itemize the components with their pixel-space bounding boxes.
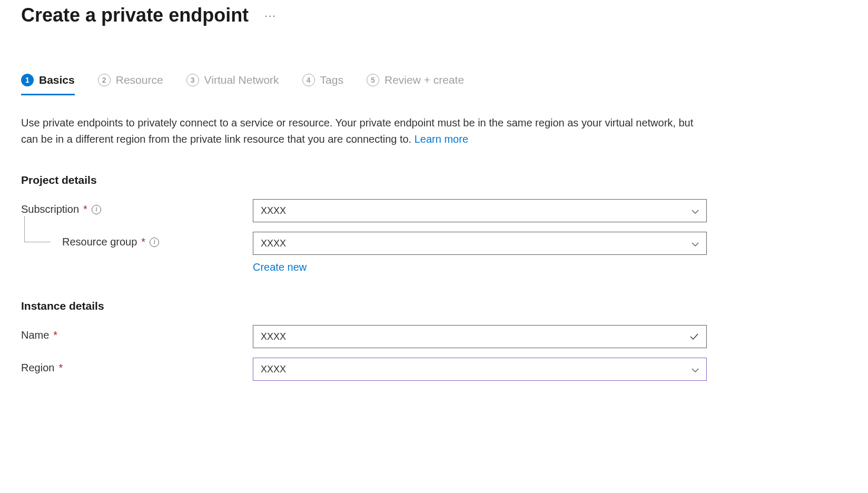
label-region: Region * xyxy=(21,358,253,374)
required-asterisk: * xyxy=(83,203,87,215)
region-value: XXXX xyxy=(261,364,286,375)
page-title: Create a private endpoint xyxy=(21,4,249,26)
wizard-tabs: 1 Basics 2 Resource 3 Virtual Network 4 … xyxy=(21,74,847,96)
tab-number-5: 5 xyxy=(367,74,379,86)
tab-basics[interactable]: 1 Basics xyxy=(21,74,75,95)
tab-review-create[interactable]: 5 Review + create xyxy=(367,74,464,95)
tab-number-3: 3 xyxy=(186,74,199,86)
form-row-name: Name * XXXX xyxy=(21,325,847,348)
chevron-down-icon xyxy=(692,207,699,214)
create-new-resource-group-link[interactable]: Create new xyxy=(253,261,307,273)
tab-number-2: 2 xyxy=(98,74,111,86)
chevron-down-icon xyxy=(692,240,699,247)
label-name: Name * xyxy=(21,325,253,341)
form-row-region: Region * XXXX xyxy=(21,358,847,381)
region-dropdown[interactable]: XXXX xyxy=(253,358,707,381)
required-asterisk: * xyxy=(141,236,145,248)
label-subscription: Subscription * i xyxy=(21,199,253,215)
tab-label-review-create: Review + create xyxy=(384,74,464,86)
label-resource-group: Resource group * i xyxy=(21,232,253,248)
more-options-icon[interactable]: ··· xyxy=(264,9,277,22)
label-text-name: Name xyxy=(21,329,49,341)
label-text-subscription: Subscription xyxy=(21,203,79,215)
required-asterisk: * xyxy=(58,362,63,374)
label-text-region: Region xyxy=(21,362,54,374)
section-title-project-details: Project details xyxy=(21,174,847,186)
tab-description: Use private endpoints to privately conne… xyxy=(21,115,706,147)
tab-label-resource: Resource xyxy=(116,74,163,86)
indent-connector xyxy=(24,216,51,242)
tab-resource[interactable]: 2 Resource xyxy=(98,74,163,95)
required-asterisk: * xyxy=(53,329,57,341)
info-icon[interactable]: i xyxy=(92,205,101,214)
tab-label-basics: Basics xyxy=(39,74,75,86)
subscription-dropdown[interactable]: XXXX xyxy=(253,199,707,222)
tab-number-4: 4 xyxy=(302,74,315,86)
tab-tags[interactable]: 4 Tags xyxy=(302,74,343,95)
subscription-value: XXXX xyxy=(261,205,286,216)
learn-more-link[interactable]: Learn more xyxy=(415,133,468,145)
tab-label-virtual-network: Virtual Network xyxy=(204,74,279,86)
tab-number-1: 1 xyxy=(21,74,34,86)
info-icon[interactable]: i xyxy=(150,238,159,247)
tab-label-tags: Tags xyxy=(320,74,343,86)
section-title-instance-details: Instance details xyxy=(21,300,847,312)
tab-virtual-network[interactable]: 3 Virtual Network xyxy=(186,74,279,95)
resource-group-value: XXXX xyxy=(261,238,286,249)
description-text: Use private endpoints to privately conne… xyxy=(21,117,693,145)
label-text-resource-group: Resource group xyxy=(62,236,137,248)
form-row-resource-group: Resource group * i XXXX Create new xyxy=(21,232,847,273)
check-icon xyxy=(689,332,699,341)
resource-group-dropdown[interactable]: XXXX xyxy=(253,232,707,255)
form-row-subscription: Subscription * i XXXX xyxy=(21,199,847,222)
page-header: Create a private endpoint ··· xyxy=(21,0,847,26)
chevron-down-icon xyxy=(692,366,699,373)
name-input[interactable]: XXXX xyxy=(253,325,707,348)
name-value: XXXX xyxy=(261,331,286,342)
